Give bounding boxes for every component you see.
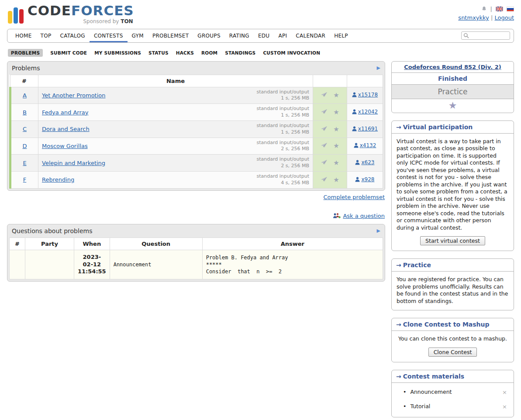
problem-letter-link[interactable]: A [23, 92, 27, 99]
subnav-standings[interactable]: STANDINGS [225, 50, 255, 55]
sponsored-brand: TON [121, 18, 133, 24]
favorite-star-icon[interactable]: ★ [333, 142, 339, 150]
nav-edu[interactable]: EDU [254, 29, 274, 42]
logout-link[interactable]: Logout [494, 14, 514, 21]
logo-bar-yellow [8, 11, 12, 24]
favorite-star-icon[interactable]: ★ [333, 159, 339, 167]
questions-table: # Party When Question Answer 2023-02-12 … [9, 238, 383, 280]
bell-icon[interactable] [481, 6, 487, 12]
person-icon [355, 160, 360, 165]
subnav-submit-code[interactable]: SUBMIT CODE [50, 50, 87, 55]
problems-caption: Problems [12, 65, 40, 72]
contest-materials-box: →Contest materials • Announcement × • Tu… [391, 370, 514, 417]
subnav-my-submissions[interactable]: MY SUBMISSIONS [94, 50, 141, 55]
english-flag-icon[interactable] [496, 7, 503, 11]
clone-mashup-title: →Clone Contest to Mashup [392, 318, 514, 331]
search-input[interactable] [470, 33, 508, 39]
nav-home[interactable]: HOME [11, 29, 36, 42]
problem-limits: standard input/output 1 s, 256 MB [256, 123, 309, 136]
materials-list: • Announcement × • Tutorial × [397, 385, 509, 414]
favorite-star-icon[interactable]: ★ [333, 91, 339, 99]
problem-title-link[interactable]: Velepin and Marketing [42, 160, 105, 166]
practice-text: You are registered for practice. You can… [397, 276, 509, 305]
contest-title-link[interactable]: Codeforces Round 852 (Div. 2) [404, 64, 501, 70]
problem-title-link[interactable]: Dora and Search [42, 126, 90, 132]
nav-top[interactable]: TOP [36, 29, 56, 42]
nav-contests[interactable]: CONTESTS [90, 29, 128, 42]
practice-body: You are registered for practice. You can… [392, 272, 514, 310]
logo-forces-text: FORCES [71, 3, 134, 18]
solved-count-link[interactable]: x11691 [352, 126, 378, 132]
nav-groups[interactable]: GROUPS [193, 29, 225, 42]
material-item-tutorial[interactable]: • Tutorial × [397, 399, 509, 414]
solved-count-link[interactable]: x12042 [352, 109, 378, 115]
problems-table-box: Problems ▶ # Name A [7, 61, 385, 191]
clone-contest-button[interactable]: Clone Contest [428, 348, 477, 357]
submit-plane-icon[interactable] [321, 176, 328, 183]
nav-api[interactable]: API [274, 29, 291, 42]
submit-plane-icon[interactable] [321, 92, 328, 99]
favorite-contest-star-icon[interactable]: ★ [449, 100, 457, 111]
problem-letter-link[interactable]: D [22, 143, 27, 149]
nav-calendar[interactable]: CALENDAR [291, 29, 330, 42]
expand-arrow-icon[interactable]: ▶ [377, 65, 380, 71]
start-virtual-contest-button[interactable]: Start virtual contest [420, 236, 485, 245]
nav-catalog[interactable]: CATALOG [56, 29, 90, 42]
header-utility-row: | [458, 5, 514, 12]
main-column: PROBLEMS SUBMIT CODE MY SUBMISSIONS STAT… [7, 43, 385, 282]
submit-plane-icon[interactable] [321, 159, 328, 166]
material-item-announcement[interactable]: • Announcement × [397, 385, 509, 399]
nav-items: HOME TOP CATALOG CONTESTS GYM PROBLEMSET… [11, 29, 352, 42]
person-icon [352, 126, 357, 131]
subnav-custom-invocation[interactable]: CUSTOM INVOCATION [263, 50, 320, 55]
subnav-hacks[interactable]: HACKS [176, 50, 194, 55]
favorite-star-icon[interactable]: ★ [333, 108, 339, 116]
col-header-name: Name [38, 75, 313, 87]
sidebar: Codeforces Round 852 (Div. 2) Finished P… [391, 61, 514, 417]
problem-letter-link[interactable]: F [23, 176, 26, 183]
expand-arrow-icon[interactable]: ▶ [377, 228, 380, 234]
nav-gym[interactable]: GYM [128, 29, 148, 42]
russian-flag-icon[interactable] [507, 7, 514, 11]
favorite-star-icon[interactable]: ★ [333, 125, 339, 133]
codeforces-logo[interactable]: CODEFORCES Sponsored by TON [7, 3, 134, 24]
problem-row: F Rebrending standard input/output 4 s, … [10, 171, 383, 188]
problem-letter-link[interactable]: E [23, 160, 26, 166]
subnav-room[interactable]: ROOM [201, 50, 217, 55]
favorite-star-icon[interactable]: ★ [333, 176, 339, 184]
problem-title-link[interactable]: Rebrending [42, 176, 74, 183]
problem-title-link[interactable]: Fedya and Array [42, 109, 88, 116]
clone-mashup-box: →Clone Contest to Mashup You can clone t… [391, 318, 514, 362]
separator: | [490, 6, 492, 12]
nav-help[interactable]: HELP [330, 29, 352, 42]
logo-bar-red [19, 9, 24, 24]
problems-table: # Name A Yet Another Promotion [9, 75, 383, 189]
submit-plane-icon[interactable] [321, 109, 328, 116]
problem-row: E Velepin and Marketing standard input/o… [10, 155, 383, 172]
box-title-text: Virtual participation [403, 124, 473, 131]
username-link[interactable]: sntmxykky [458, 14, 489, 21]
close-icon[interactable]: × [501, 389, 508, 396]
submit-plane-icon[interactable] [321, 126, 328, 133]
submit-plane-icon[interactable] [321, 142, 328, 149]
problem-title-link[interactable]: Yet Another Promotion [42, 92, 105, 99]
virtual-participation-body: Virtual contest is a way to take part in… [392, 134, 514, 251]
contest-status-label: Finished [392, 72, 514, 84]
solved-count-link[interactable]: x4132 [354, 142, 376, 148]
ask-question-link[interactable]: Ask a question [343, 213, 385, 219]
solved-count-link[interactable]: x623 [355, 159, 374, 165]
nav-rating[interactable]: RATING [225, 29, 254, 42]
close-icon[interactable]: × [501, 403, 508, 410]
solved-count-link[interactable]: x928 [355, 176, 374, 182]
complete-problemset-link[interactable]: Complete problemset [324, 194, 385, 200]
question-row: 2023-02-12 11:54:55 Announcement Problem… [10, 250, 383, 279]
subnav-problems[interactable]: PROBLEMS [8, 49, 43, 57]
problem-title-link[interactable]: Moscow Gorillas [42, 143, 88, 149]
subnav-status[interactable]: STATUS [148, 50, 169, 55]
solved-count-link[interactable]: x15178 [352, 92, 378, 98]
questions-caption: Questions about problems [12, 227, 92, 234]
problem-letter-link[interactable]: B [23, 109, 27, 116]
nav-problemset[interactable]: PROBLEMSET [148, 29, 193, 42]
problem-letter-link[interactable]: C [23, 126, 27, 132]
contest-materials-body: • Announcement × • Tutorial × [392, 383, 514, 417]
